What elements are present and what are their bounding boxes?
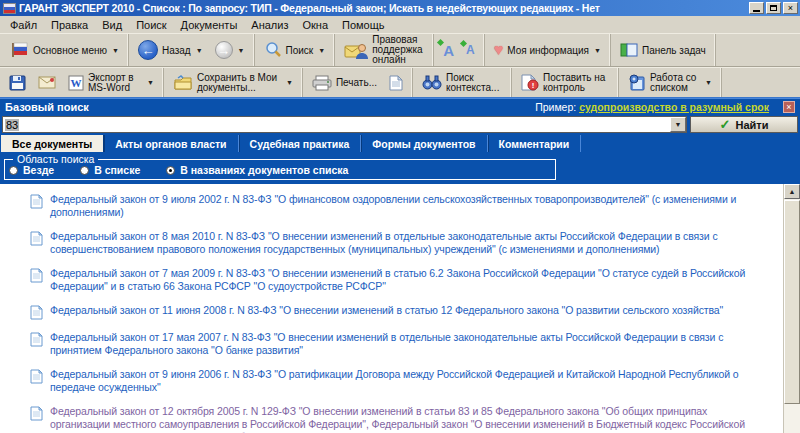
result-title: Федеральный закон от 12 октября 2005 г. …	[50, 405, 770, 433]
binoculars-icon	[422, 75, 442, 90]
tab-authority-acts[interactable]: Акты органов власти	[104, 135, 238, 152]
search-label: Поиск	[286, 45, 314, 56]
title-bar: ГАРАНТ ЭКСПЕРТ 2010 - Список : По запрос…	[0, 0, 800, 16]
chevron-down-icon: ▼	[594, 47, 601, 54]
basic-search-header: Базовый поиск Пример: судопроизводство в…	[0, 98, 800, 115]
task-panel-icon	[620, 42, 638, 58]
navigation-toolbar: Основное меню ▼ ← Назад ▼ → ▼ Поиск ▼	[0, 33, 800, 67]
search-history-dropdown-button[interactable]: ▼	[670, 117, 686, 132]
radio-icon	[80, 166, 89, 175]
chevron-down-icon: ▼	[147, 79, 154, 86]
save-to-my-documents-label: Сохранить в Мои документы...	[197, 73, 281, 93]
chevron-down-icon: ▼	[286, 79, 293, 86]
menu-analysis[interactable]: Анализ	[245, 18, 294, 32]
result-item[interactable]: Федеральный закон от 11 июня 2008 г. N 8…	[30, 304, 770, 320]
forward-arrow-icon: →	[215, 41, 233, 59]
document-icon	[30, 305, 43, 320]
document-icon	[30, 369, 43, 384]
back-button[interactable]: ← Назад ▼	[132, 38, 209, 62]
radio-selected-icon	[166, 166, 175, 175]
document-icon	[30, 332, 43, 347]
scroll-up-button[interactable]: ▲	[784, 184, 800, 199]
radio-in-list[interactable]: В списке	[80, 164, 140, 176]
alert-document-icon: !	[521, 74, 539, 91]
print-preview-button[interactable]	[383, 73, 409, 93]
list-actions-label: Работа со списком	[650, 73, 700, 93]
radio-everywhere[interactable]: Везде	[9, 164, 54, 176]
font-increase-button[interactable]: A	[437, 40, 460, 61]
checkmark-icon: ✓	[720, 119, 731, 130]
menu-view[interactable]: Вид	[96, 18, 128, 32]
envelope-icon	[38, 76, 56, 89]
vertical-scrollbar[interactable]: ▲	[783, 184, 800, 433]
minimize-icon	[753, 10, 760, 12]
close-button[interactable]: ×	[783, 2, 798, 14]
find-button[interactable]: ✓ Найти	[690, 116, 798, 133]
minimize-button[interactable]	[749, 2, 764, 14]
radio-in-list-label: В списке	[94, 164, 140, 176]
font-decrease-button[interactable]: A	[460, 41, 481, 59]
export-word-button[interactable]: W Экспорт в MS-Word ▼	[62, 71, 160, 95]
task-panel-button[interactable]: Панель задач	[614, 40, 712, 60]
search-example: Пример: судопроизводство в разумный срок	[535, 101, 769, 113]
set-on-control-button[interactable]: ! Поставить на контроль	[515, 71, 615, 95]
result-item[interactable]: Федеральный закон от 7 мая 2009 г. N 83-…	[30, 267, 770, 293]
close-icon: ×	[786, 102, 791, 112]
result-item[interactable]: Федеральный закон от 9 июля 2002 г. N 83…	[30, 193, 770, 219]
menu-search[interactable]: Поиск	[130, 18, 172, 32]
scrollbar-thumb[interactable]	[784, 200, 800, 404]
tab-comments[interactable]: Комментарии	[488, 135, 582, 152]
search-button[interactable]: Поиск ▼	[258, 39, 332, 61]
my-information-button[interactable]: ♥ Моя информация ▼	[488, 41, 607, 59]
example-link[interactable]: судопроизводство в разумный срок	[579, 101, 769, 113]
print-button[interactable]: Печать...	[306, 73, 383, 93]
restore-button[interactable]	[766, 2, 781, 14]
close-search-panel-button[interactable]: ×	[783, 101, 795, 113]
window-title: ГАРАНТ ЭКСПЕРТ 2010 - Список : По запрос…	[19, 2, 745, 14]
save-button[interactable]	[3, 73, 32, 93]
main-menu-button[interactable]: Основное меню ▼	[3, 40, 125, 60]
forward-button[interactable]: → ▼	[209, 39, 251, 61]
context-search-button[interactable]: Поиск контекста...	[416, 71, 508, 95]
folder-icon	[173, 75, 193, 91]
menu-windows[interactable]: Окна	[296, 18, 334, 32]
save-to-my-documents-button[interactable]: Сохранить в Мои документы... ▼	[167, 71, 299, 95]
tab-document-forms[interactable]: Формы документов	[361, 135, 487, 152]
document-preview-icon	[389, 75, 403, 91]
search-input-row: 83 ▼ ✓ Найти	[0, 115, 800, 135]
arrow-up-icon: ▲	[789, 188, 796, 195]
menu-edit[interactable]: Правка	[45, 18, 94, 32]
legal-support-button[interactable]: Правовая поддержка онлайн	[338, 33, 430, 67]
result-item[interactable]: Федеральный закон от 17 мая 2007 г. N 83…	[30, 331, 770, 357]
example-label: Пример:	[535, 101, 576, 113]
menu-help[interactable]: Помощь	[336, 18, 391, 32]
my-information-label: Моя информация	[507, 45, 589, 56]
heart-icon: ♥	[494, 43, 504, 57]
context-search-label: Поиск контекста...	[446, 73, 502, 93]
online-support-icon	[344, 40, 368, 60]
results-list: Федеральный закон от 9 июля 2002 г. N 83…	[0, 184, 800, 433]
result-item[interactable]: Федеральный закон от 9 июня 2006 г. N 83…	[30, 368, 770, 394]
radio-in-titles-label: В названиях документов списка	[180, 164, 348, 176]
font-decrease-icon: A	[466, 43, 475, 57]
result-item-visited[interactable]: Федеральный закон от 12 октября 2005 г. …	[30, 405, 770, 433]
result-title: Федеральный закон от 9 июля 2002 г. N 83…	[50, 193, 770, 219]
menu-bar: Файл Правка Вид Поиск Документы Анализ О…	[0, 16, 800, 33]
radio-in-titles[interactable]: В названиях документов списка	[166, 164, 348, 176]
document-icon	[30, 231, 43, 246]
result-title: Федеральный закон от 9 июня 2006 г. N 83…	[50, 368, 770, 394]
tab-all-documents[interactable]: Все документы	[1, 135, 104, 152]
result-title: Федеральный закон от 11 июня 2008 г. N 8…	[50, 304, 723, 320]
document-icon	[30, 406, 43, 421]
menu-documents[interactable]: Документы	[175, 18, 244, 32]
floppy-disk-icon	[9, 75, 26, 91]
list-actions-button[interactable]: Работа со списком ▼	[622, 71, 718, 95]
printer-icon	[312, 75, 332, 91]
tab-court-practice[interactable]: Судебная практика	[239, 135, 362, 152]
search-input[interactable]: 83 ▼	[2, 116, 687, 133]
window-controls: ×	[749, 2, 798, 14]
document-toolbar: W Экспорт в MS-Word ▼ Сохранить в Мои до…	[0, 67, 800, 98]
result-item[interactable]: Федеральный закон от 8 мая 2010 г. N 83-…	[30, 230, 770, 256]
send-mail-button[interactable]	[32, 74, 62, 91]
menu-file[interactable]: Файл	[4, 18, 43, 32]
